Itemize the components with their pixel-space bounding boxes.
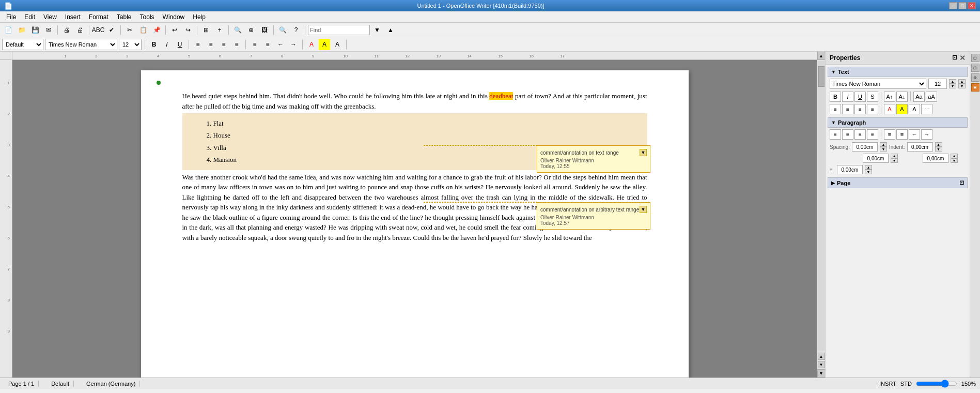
spacing-above-input[interactable] [852, 142, 878, 152]
find-replace-button[interactable]: 🔍 [231, 24, 244, 36]
font-size-up[interactable]: ▲ [949, 79, 956, 84]
para-align-center[interactable]: ≡ [842, 129, 853, 140]
autocorrect-button[interactable]: ✔ [105, 24, 118, 36]
text-section-header[interactable]: ▼ Text [828, 67, 968, 77]
spacing-above-up[interactable]: ▲ [880, 142, 887, 147]
menu-table[interactable]: Table [113, 12, 136, 22]
ext-icon-4[interactable]: ✱ [971, 83, 979, 92]
close-button[interactable]: ✕ [968, 2, 976, 9]
paste-button[interactable]: 📌 [150, 24, 163, 36]
properties-panel-undock[interactable]: ⊡ [952, 54, 957, 62]
indent-up[interactable]: ▲ [935, 142, 942, 147]
italic-button[interactable]: I [161, 39, 173, 50]
menu-insert[interactable]: Insert [61, 12, 85, 22]
zoom-slider[interactable] [916, 380, 957, 388]
insert-button[interactable]: + [213, 24, 226, 36]
spacing-below-up[interactable]: ▲ [891, 154, 898, 158]
sidebar-superscript[interactable]: A↑ [884, 92, 895, 102]
indent-down[interactable]: ▼ [935, 147, 942, 152]
find-up-button[interactable]: ▲ [384, 24, 397, 36]
open-button[interactable]: 📁 [15, 24, 28, 36]
para-list[interactable]: ≡ [884, 129, 895, 140]
scroll-track[interactable] [818, 61, 825, 351]
indent-more-button[interactable]: → [288, 39, 299, 50]
line-spacing-down[interactable]: ▼ [865, 170, 872, 174]
comment-1-expand[interactable]: ▼ [640, 149, 647, 156]
maximize-button[interactable]: □ [958, 2, 967, 9]
nav-prev-button[interactable]: ▲ [818, 353, 825, 360]
menu-view[interactable]: View [39, 12, 61, 22]
spacing-below-input[interactable] [863, 154, 889, 163]
spacing-below-down[interactable]: ▼ [891, 158, 898, 163]
sidebar-bold[interactable]: B [830, 92, 841, 102]
find-down-button[interactable]: ▼ [371, 24, 383, 36]
indent-less-button[interactable]: ← [275, 39, 286, 50]
align-left-button[interactable]: ≡ [192, 39, 204, 50]
sidebar-font-dropdown[interactable]: Times New Roman [830, 79, 926, 89]
font-color-button[interactable]: A [306, 39, 317, 50]
align-right-button[interactable]: ≡ [218, 39, 229, 50]
highlighted-text[interactable]: deadbeat [489, 92, 513, 100]
para-numlist[interactable]: ≡ [896, 129, 908, 140]
help-button[interactable]: ? [290, 24, 302, 36]
sidebar-underline[interactable]: U [854, 92, 866, 102]
align-center-button[interactable]: ≡ [205, 39, 216, 50]
para-indent-less[interactable]: ← [909, 129, 920, 140]
sidebar-more-fmt[interactable]: ⋯ [921, 104, 932, 114]
sidebar-subscript[interactable]: A↓ [896, 92, 908, 102]
line-spacing-input[interactable] [837, 165, 863, 174]
find-input[interactable] [308, 25, 370, 35]
sidebar-highlight[interactable]: A [896, 104, 908, 114]
sidebar-italic[interactable]: I [842, 92, 853, 102]
font-dropdown[interactable]: Times New Roman [45, 39, 117, 50]
para-align-left[interactable]: ≡ [830, 129, 841, 140]
sidebar-caps2[interactable]: aA [926, 92, 937, 102]
font-size-up2[interactable]: ▲ [958, 79, 966, 84]
sidebar-char-spacing[interactable]: A [909, 104, 920, 114]
copy-button[interactable]: 📋 [137, 24, 149, 36]
sidebar-align-right[interactable]: ≡ [854, 104, 866, 114]
sidebar-font-color[interactable]: A [884, 104, 895, 114]
zoom-in-button[interactable]: 🔍 [276, 24, 289, 36]
num-list-button[interactable]: ≡ [262, 39, 273, 50]
sidebar-caps1[interactable]: Aa [913, 92, 925, 102]
para-indent-more[interactable]: → [921, 129, 932, 140]
para-align-right[interactable]: ≡ [854, 129, 866, 140]
menu-tools[interactable]: Tools [136, 12, 159, 22]
insert-mode[interactable]: INSRT [879, 381, 896, 387]
comment-2-expand[interactable]: ▼ [640, 206, 647, 213]
ext-icon-1[interactable]: ⊡ [971, 54, 979, 62]
indent2-input[interactable] [923, 154, 948, 163]
paragraph-section-header[interactable]: ▼ Paragraph [828, 117, 968, 128]
sidebar-font-size[interactable] [928, 79, 947, 89]
highlight-button[interactable]: A [319, 39, 330, 50]
indent-input[interactable] [907, 142, 933, 152]
redo-button[interactable]: ↪ [182, 24, 194, 36]
para-align-justify[interactable]: ≡ [867, 129, 878, 140]
ext-icon-2[interactable]: ⊞ [971, 64, 979, 72]
scroll-down-button[interactable]: ▼ [817, 369, 826, 377]
style-dropdown[interactable]: Default [2, 39, 43, 50]
page-section-expand[interactable]: ⊡ [959, 179, 964, 186]
list-button[interactable]: ≡ [249, 39, 260, 50]
table-button[interactable]: ⊞ [200, 24, 212, 36]
spacing-above-down[interactable]: ▼ [880, 147, 887, 152]
scroll-thumb[interactable] [818, 66, 825, 87]
indent2-down[interactable]: ▼ [951, 158, 958, 163]
line-spacing-up[interactable]: ▲ [865, 165, 872, 170]
menu-edit[interactable]: Edit [20, 12, 39, 22]
selection-mode[interactable]: STD [900, 381, 912, 387]
menu-format[interactable]: Format [85, 12, 113, 22]
sidebar-align-center[interactable]: ≡ [842, 104, 853, 114]
list-item-2[interactable]: House [213, 129, 637, 141]
font-size-down[interactable]: ▼ [949, 84, 956, 88]
underline-button[interactable]: U [174, 39, 185, 50]
undo-button[interactable]: ↩ [168, 24, 181, 36]
ext-icon-3[interactable]: ⊛ [971, 73, 979, 82]
paragraph-1[interactable]: He heard quiet steps behind him. That di… [182, 91, 647, 111]
font-size-down2[interactable]: ▼ [958, 84, 966, 88]
sidebar-align-left[interactable]: ≡ [830, 104, 841, 114]
nav-next-button[interactable]: ▼ [818, 361, 825, 368]
save-button[interactable]: 💾 [29, 24, 41, 36]
sidebar-align-justify[interactable]: ≡ [867, 104, 878, 114]
